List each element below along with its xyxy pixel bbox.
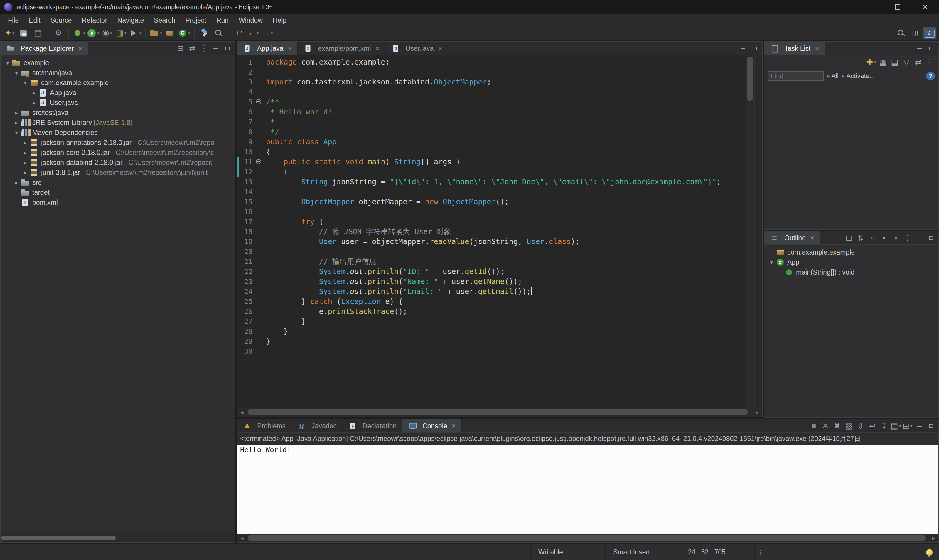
tree-collapse-icon[interactable]: ▾ — [12, 129, 20, 136]
fold-marker-icon[interactable] — [256, 159, 261, 164]
tree-item[interactable]: xpom.xml — [1, 197, 235, 208]
hide-static-button[interactable]: ▪ — [879, 232, 890, 243]
statusbar-menu-icon[interactable]: ⋮ — [755, 545, 766, 560]
maximize-window-button[interactable] — [884, 0, 911, 14]
code-area[interactable]: 1package com.example.example;23import co… — [237, 55, 746, 408]
tree-item[interactable]: ▸jackson-databind-2.18.0.jar- C:\Users\m… — [1, 157, 235, 168]
run-button[interactable]: ▾ — [86, 27, 100, 39]
hide-fields-button[interactable]: ▫ — [867, 232, 878, 243]
remove-launch-button[interactable]: ✕ — [820, 420, 831, 432]
code-line-26[interactable]: 26 e.printStackTrace(); — [237, 306, 746, 317]
code-line-30[interactable]: 30 — [237, 346, 746, 357]
task-list-maximize-button[interactable] — [925, 43, 937, 54]
close-view-icon[interactable]: ✕ — [814, 45, 819, 52]
remove-all-terminated-button[interactable]: ✖ — [831, 420, 843, 432]
scroll-left-icon[interactable]: ◄ — [239, 410, 245, 415]
lightbulb-icon[interactable] — [926, 549, 933, 555]
hide-non-public-button[interactable]: ◦ — [890, 232, 901, 243]
clear-console-button[interactable]: ▧ — [843, 420, 854, 432]
save-button[interactable] — [17, 27, 31, 39]
editor-hscrollbar[interactable]: ◄ ► — [237, 408, 762, 417]
tree-expand-icon[interactable]: ▸ — [21, 159, 29, 166]
close-window-button[interactable]: ✕ — [911, 0, 939, 14]
view-menu-button[interactable]: ⋮ — [199, 43, 210, 54]
tree-item[interactable]: ▾com.example.example — [1, 78, 235, 88]
tree-expand-icon[interactable]: ▸ — [21, 149, 29, 156]
vscrollbar-thumb[interactable] — [747, 57, 753, 101]
package-explorer-hscrollbar[interactable] — [1, 534, 235, 542]
scroll-right-icon[interactable]: ► — [754, 410, 760, 415]
tab-outline[interactable]: Outline ✕ — [764, 231, 820, 245]
scope-all-button[interactable]: ▸ All — [827, 72, 839, 80]
editor-tab-example-pom-xml[interactable]: xexample/pom.xml✕ — [298, 42, 385, 55]
code-line-18[interactable]: 18 // 将 JSON 字符串转换为 User 对象 — [237, 227, 746, 237]
search-button[interactable] — [212, 27, 225, 39]
tree-item[interactable]: ▸JRE System Library[JavaSE-1.8] — [1, 118, 235, 128]
new-java-project-button[interactable]: ▾ — [149, 27, 163, 39]
view-tab-javadoc[interactable]: @Javadoc — [291, 420, 342, 432]
tree-expand-icon[interactable]: ▸ — [12, 109, 20, 116]
tree-expand-icon[interactable]: ▸ — [12, 119, 20, 126]
menu-edit[interactable]: Edit — [24, 17, 46, 25]
tree-expand-icon[interactable]: ▸ — [21, 139, 29, 146]
close-tab-icon[interactable]: ✕ — [375, 45, 380, 52]
debug-button[interactable]: ▾ — [72, 27, 86, 39]
fold-marker-icon[interactable] — [256, 99, 261, 105]
tree-expand-icon[interactable]: ▸ — [12, 179, 20, 186]
open-perspective-button[interactable]: ⊞ — [908, 27, 922, 39]
minimize-window-button[interactable] — [856, 0, 884, 14]
code-line-9[interactable]: 9public class App — [237, 137, 746, 147]
code-line-2[interactable]: 2 — [237, 67, 746, 77]
filter-button[interactable]: ▽ — [901, 57, 912, 68]
code-line-15[interactable]: 15 ObjectMapper objectMapper = new Objec… — [237, 197, 746, 207]
package-explorer-minimize-button[interactable] — [210, 43, 221, 54]
tree-item[interactable]: ▸junit-3.8.1.jar- C:\Users\meowr\.m2\rep… — [1, 168, 235, 177]
view-menu-button[interactable]: ⋮ — [902, 232, 913, 243]
code-line-28[interactable]: 28 } — [237, 326, 746, 337]
scroll-left-icon[interactable]: ◄ — [239, 535, 245, 541]
sort-button[interactable]: ⇅ — [855, 232, 866, 243]
show-console-on-output-button[interactable]: ▤▾ — [890, 420, 901, 432]
word-wrap-button[interactable]: ↩ — [867, 420, 878, 432]
hscrollbar-thumb[interactable] — [248, 409, 748, 415]
tree-collapse-icon[interactable]: ▾ — [12, 69, 20, 76]
tree-item[interactable]: ▸jackson-core-2.18.0.jar- C:\Users\meowr… — [1, 148, 235, 157]
tree-expand-icon[interactable]: ▸ — [30, 100, 38, 106]
view-tab-declaration[interactable]: Declaration — [342, 420, 402, 432]
tree-item[interactable]: target — [1, 188, 235, 197]
code-line-20[interactable]: 20 — [237, 247, 746, 257]
link-with-editor-button[interactable]: ⇄ — [913, 57, 924, 68]
package-explorer-maximize-button[interactable] — [222, 43, 233, 54]
back-button[interactable]: ←▾ — [247, 27, 260, 39]
tree-item[interactable]: ▾src/main/java — [1, 68, 235, 78]
code-line-25[interactable]: 25 } catch (Exception e) { — [237, 297, 746, 306]
menu-search[interactable]: Search — [149, 17, 180, 25]
tree-expand-icon[interactable]: ▸ — [30, 89, 38, 96]
terminate-button[interactable]: ■ — [808, 420, 819, 432]
collapse-all-button[interactable]: ⊟ — [843, 232, 854, 243]
help-icon[interactable]: ? — [926, 72, 935, 80]
editor-maximize-button[interactable] — [749, 43, 760, 54]
editor-vscrollbar[interactable] — [746, 55, 754, 408]
tab-package-explorer[interactable]: Package Explorer ✕ — [1, 42, 88, 55]
code-line-19[interactable]: 19 User user = objectMapper.readValue(js… — [237, 237, 746, 247]
java-perspective-button[interactable]: J — [922, 27, 936, 39]
find-input[interactable] — [768, 71, 823, 81]
build-all-button[interactable]: ⚙ — [52, 27, 65, 39]
categorized-button[interactable]: ▦ — [877, 57, 888, 68]
code-line-8[interactable]: 8 */ — [237, 127, 746, 137]
tab-task-list[interactable]: Task List ✕ — [764, 42, 825, 55]
open-console-button[interactable]: ⊞▾ — [902, 420, 913, 432]
code-line-7[interactable]: 7 * — [237, 117, 746, 127]
code-line-22[interactable]: 22 System.out.println("ID: " + user.getI… — [237, 267, 746, 277]
tree-item[interactable]: ▾example — [1, 58, 235, 68]
close-view-icon[interactable]: ✕ — [78, 45, 83, 52]
editor-tab-user-java[interactable]: JUser.java✕ — [386, 42, 449, 55]
console-output-area[interactable]: Hello World! — [237, 445, 938, 534]
code-line-3[interactable]: 3import com.fasterxml.jackson.databind.O… — [237, 77, 746, 87]
scroll-right-icon[interactable]: ► — [930, 535, 937, 541]
code-line-12[interactable]: 12 { — [237, 167, 746, 177]
menu-source[interactable]: Source — [46, 17, 77, 25]
code-line-10[interactable]: 10{ — [237, 147, 746, 157]
activate-button[interactable]: ▸ Activate... — [842, 72, 875, 80]
